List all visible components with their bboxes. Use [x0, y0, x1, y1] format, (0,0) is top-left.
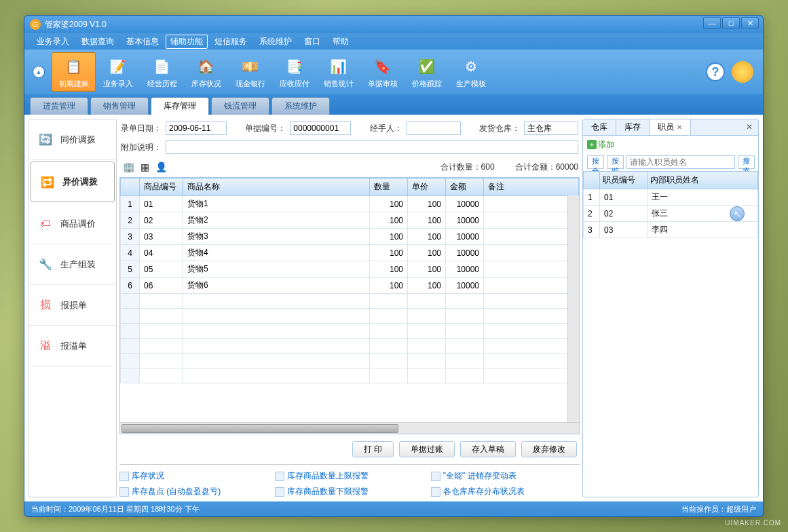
right-grid-header-1[interactable]: 职员编号: [600, 172, 648, 189]
link-2[interactable]: "全能" 进销存变动表: [431, 470, 580, 482]
tool-btn-5[interactable]: 📑应收应付: [272, 52, 316, 92]
right-tab-0[interactable]: 仓库: [583, 119, 616, 135]
tool-btn-9[interactable]: ⚙生产模板: [449, 52, 493, 92]
watermark: UIMAKER.COM: [725, 519, 781, 527]
link-0[interactable]: 库存状况: [119, 470, 268, 482]
tab-close-icon[interactable]: ✕: [677, 124, 682, 131]
menu-item-7[interactable]: 帮助: [327, 35, 354, 49]
grid-header-1[interactable]: 商品编号: [140, 178, 183, 196]
menu-item-4[interactable]: 短信服务: [209, 35, 252, 49]
table-row[interactable]: [121, 368, 579, 383]
nav-item-3[interactable]: 🔧生产组装: [29, 244, 116, 285]
link-icon: [275, 487, 284, 497]
nav-icon-5: 溢: [37, 338, 54, 354]
tool-btn-7[interactable]: 🔖单据审核: [360, 52, 405, 92]
gold-icon[interactable]: [732, 61, 753, 83]
nav-item-1[interactable]: 🔁异价调拨: [31, 162, 115, 202]
table-row[interactable]: [121, 324, 579, 339]
grid-header-2[interactable]: 商品名称: [183, 178, 370, 196]
h-scrollbar[interactable]: [120, 422, 579, 434]
right-tab-1[interactable]: 库存: [616, 119, 650, 135]
tab-4[interactable]: 系统维护: [271, 97, 330, 115]
grid-header-0[interactable]: [121, 178, 140, 196]
tool-btn-1[interactable]: 📝业务录入: [96, 52, 140, 92]
action-btn-2[interactable]: 存入草稿: [460, 441, 516, 457]
select-arrow-icon[interactable]: ↖: [730, 206, 745, 221]
right-grid-header-2[interactable]: 内部职员姓名: [648, 172, 758, 189]
table-row[interactable]: [121, 309, 579, 324]
doc-no-label: 单据编号：: [245, 123, 286, 134]
mode-code-button[interactable]: 按编号: [607, 155, 624, 169]
link-4[interactable]: 库存商品数量下限报警: [275, 486, 424, 497]
table-row[interactable]: 303货物310010010000: [121, 229, 579, 245]
handler-input[interactable]: [407, 121, 461, 135]
remark-input[interactable]: [166, 140, 578, 154]
table-row[interactable]: 404货物410010010000: [121, 245, 579, 261]
collapse-toolbar-button[interactable]: ▲: [33, 66, 45, 78]
menu-item-2[interactable]: 基本信息: [121, 35, 164, 49]
link-5[interactable]: 各仓库库存分布状况表: [431, 486, 580, 497]
table-row[interactable]: [121, 354, 579, 368]
action-btn-1[interactable]: 单据过账: [399, 441, 455, 457]
tab-3[interactable]: 钱流管理: [211, 97, 269, 115]
link-1[interactable]: 库存商品数量上限报警: [275, 470, 424, 482]
menu-item-0[interactable]: 业务录入: [31, 35, 75, 49]
right-tab-2[interactable]: 职员 ✕: [650, 119, 691, 135]
warehouse-label: 发货仓库：: [479, 123, 520, 134]
tab-0[interactable]: 进货管理: [30, 97, 88, 115]
right-tabs: 仓库库存职员 ✕: [583, 119, 758, 136]
nav-item-4[interactable]: 损报损单: [29, 285, 116, 326]
v-scrollbar[interactable]: [567, 195, 579, 422]
add-button[interactable]: + 添加: [587, 139, 614, 151]
search-button[interactable]: 搜索: [738, 155, 755, 169]
table-row[interactable]: 202货物210010010000: [121, 212, 579, 229]
warehouse-input[interactable]: [524, 121, 578, 135]
building-icon[interactable]: 🏢: [122, 161, 134, 173]
close-button[interactable]: ✕: [741, 17, 759, 29]
right-panel: ✕ 仓库库存职员 ✕ + 添加 按全名 按编号 搜索 职员编号内部职员姓名101…: [582, 119, 759, 497]
table-row[interactable]: [121, 339, 579, 354]
tool-btn-3[interactable]: 🏠库存状况: [184, 52, 228, 92]
right-table-row[interactable]: 101王一: [584, 189, 758, 206]
status-user: 当前操作员：超级用户: [681, 504, 756, 514]
action-btn-0[interactable]: 打 印: [352, 441, 394, 457]
titlebar[interactable]: G 管家婆2009 V1.0 — □ ✕: [24, 16, 763, 33]
date-input[interactable]: [166, 121, 227, 135]
grid-header-3[interactable]: 数量: [370, 178, 408, 196]
right-grid-header-0[interactable]: [584, 172, 600, 189]
tab-1[interactable]: 销售管理: [90, 97, 149, 115]
tool-btn-4[interactable]: 💴现金银行: [228, 52, 272, 92]
search-input[interactable]: [626, 155, 735, 169]
nav-item-0[interactable]: 🔄同价调拨: [29, 119, 116, 160]
tool-btn-8[interactable]: ✅价格跟踪: [405, 52, 449, 92]
tool-btn-6[interactable]: 📊销售统计: [316, 52, 360, 92]
link-3[interactable]: 库存盘点 (自动盘盈盘亏): [119, 486, 268, 497]
right-table-row[interactable]: 303李四: [584, 222, 758, 238]
minimize-button[interactable]: —: [703, 17, 721, 29]
nav-item-2[interactable]: 🏷商品调价: [29, 204, 116, 244]
right-panel-close-icon[interactable]: ✕: [746, 122, 755, 132]
doc-no-input[interactable]: [290, 121, 351, 135]
menu-item-3[interactable]: 辅助功能: [166, 35, 208, 49]
menu-item-5[interactable]: 系统维护: [254, 35, 297, 49]
grid-header-5[interactable]: 金额: [446, 178, 484, 196]
nav-item-5[interactable]: 溢报溢单: [29, 326, 116, 366]
table-row[interactable]: [121, 294, 579, 309]
menu-item-1[interactable]: 数据查询: [76, 35, 119, 49]
tool-btn-0[interactable]: 📋初期建账: [52, 52, 96, 92]
table-row[interactable]: 606货物610010010000: [121, 278, 579, 294]
grid-header-4[interactable]: 单价: [408, 178, 446, 196]
tool-btn-2[interactable]: 📄经营历程: [140, 52, 184, 92]
table-row[interactable]: 505货物510010010000: [121, 261, 579, 278]
table-row[interactable]: 101货物110010010000: [121, 196, 579, 212]
person-icon[interactable]: 👤: [155, 161, 167, 173]
mode-fullname-button[interactable]: 按全名: [587, 155, 604, 169]
grid-icon[interactable]: ▦: [138, 161, 151, 173]
help-icon[interactable]: ?: [706, 62, 725, 81]
action-btn-3[interactable]: 废弃修改: [521, 441, 577, 457]
menu-item-6[interactable]: 窗口: [299, 35, 326, 49]
maximize-button[interactable]: □: [722, 17, 740, 29]
tab-2[interactable]: 库存管理: [151, 97, 209, 115]
grid-header-6[interactable]: 备注: [484, 178, 579, 196]
remark-label: 附加说明：: [121, 142, 162, 153]
